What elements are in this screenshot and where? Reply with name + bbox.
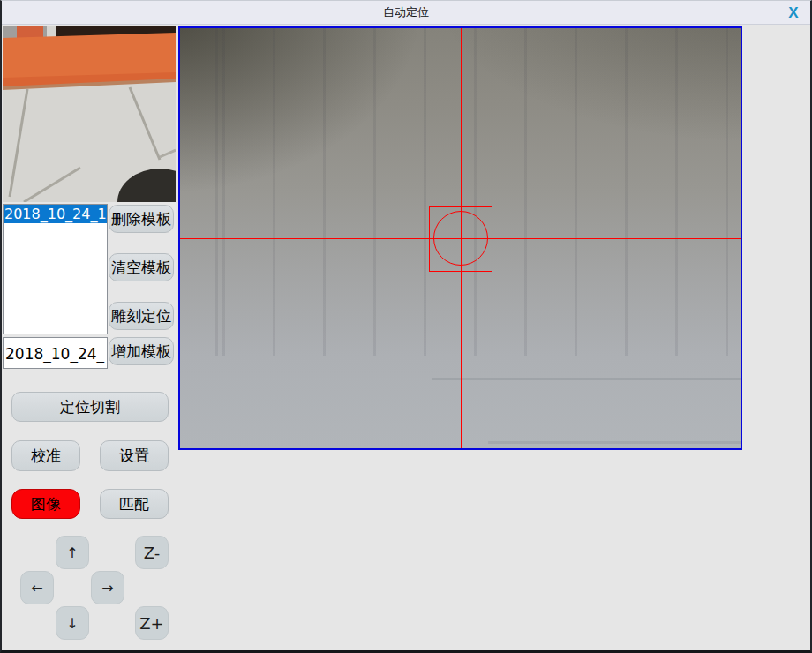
- engrave-position-button[interactable]: 雕刻定位: [109, 302, 174, 330]
- move-down-button[interactable]: ↓: [56, 606, 89, 640]
- image-button[interactable]: 图像: [11, 489, 80, 519]
- z-plus-button[interactable]: Z+: [135, 606, 169, 640]
- dialog-title: 自动定位: [383, 4, 429, 20]
- ceiling-grid-line: [488, 441, 741, 444]
- settings-button[interactable]: 设置: [100, 440, 169, 471]
- move-right-button[interactable]: →: [91, 571, 124, 604]
- position-cut-button[interactable]: 定位切割: [11, 392, 169, 422]
- camera-view[interactable]: [178, 26, 742, 450]
- ceiling-grid-line: [432, 378, 741, 380]
- move-up-button[interactable]: ↑: [56, 536, 89, 569]
- template-list[interactable]: 2018_10_24_11: [3, 204, 108, 334]
- titlebar: 自动定位 X: [2, 1, 810, 25]
- clear-templates-button[interactable]: 清空模板: [109, 253, 174, 281]
- calibrate-button[interactable]: 校准: [11, 440, 80, 471]
- add-template-button[interactable]: 增加模板: [109, 337, 174, 365]
- template-preview-image: [3, 26, 176, 202]
- template-name-input[interactable]: [3, 337, 108, 369]
- auto-position-dialog: 自动定位 X 2018_10_24_11 删除模板 清空模板 雕刻定位 增加模板: [0, 0, 812, 653]
- delete-template-button[interactable]: 删除模板: [109, 205, 174, 233]
- template-list-item[interactable]: 2018_10_24_11: [4, 205, 107, 223]
- target-circle-overlay: [433, 211, 488, 266]
- match-button[interactable]: 匹配: [100, 489, 169, 519]
- template-preview-art: [3, 26, 176, 202]
- close-icon: X: [788, 5, 798, 20]
- z-minus-button[interactable]: Z-: [135, 536, 169, 569]
- close-button[interactable]: X: [782, 3, 805, 23]
- move-left-button[interactable]: ←: [20, 571, 54, 604]
